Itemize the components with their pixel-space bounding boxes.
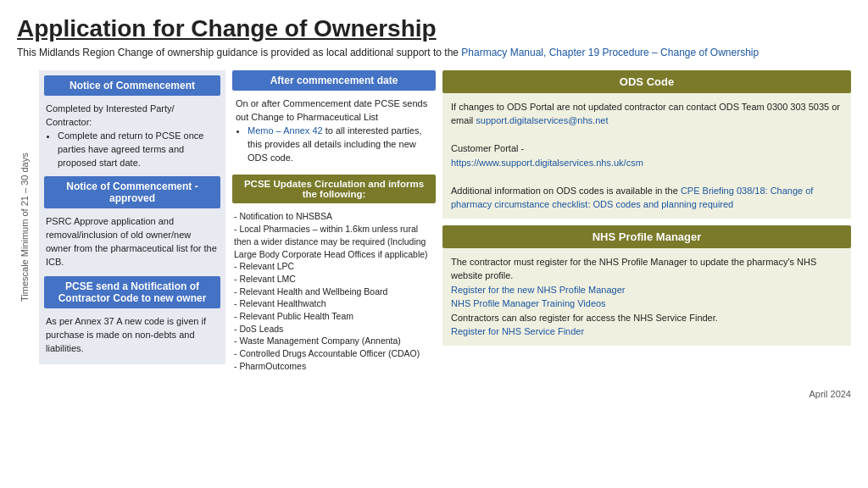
npm-content: The contractor must register for the NHS… bbox=[442, 248, 851, 346]
main-layout: Timescale Minimum of 21 – 30 days Notice… bbox=[17, 70, 851, 384]
contractor-code-header: PCSE send a Notification of Contractor C… bbox=[44, 276, 220, 308]
pharmacy-manual-link[interactable]: Pharmacy Manual, Chapter 19 Procedure – … bbox=[461, 47, 759, 58]
contractor-code-content: As per Annex 37 A new code is given if p… bbox=[44, 312, 220, 359]
after-commencement-header: After commencement date bbox=[232, 70, 436, 91]
notice-of-commencement-header: Notice of Commencement bbox=[44, 75, 220, 96]
middle-column: After commencement date On or after Comm… bbox=[232, 70, 436, 376]
service-finder-link[interactable]: Register for NHS Service Finder bbox=[451, 326, 584, 336]
ods-email-link[interactable]: support.digitalservices@nhs.net bbox=[476, 115, 608, 125]
subtitle: This Midlands Region Change of ownership… bbox=[17, 46, 851, 60]
list-item: Memo – Annex 42 to all interested partie… bbox=[248, 125, 432, 165]
memo-annex-42-link[interactable]: Memo – Annex 42 bbox=[248, 125, 323, 136]
notice-approved-content: PSRC Approve application and removal/inc… bbox=[44, 212, 220, 273]
right-column: ODS Code If changes to ODS Portal are no… bbox=[442, 70, 851, 346]
page-title: Application for Change of Ownership bbox=[17, 15, 851, 42]
list-item: Complete and return to PCSE once parties… bbox=[58, 130, 219, 170]
training-videos-link[interactable]: NHS Profile Manager Training Videos bbox=[451, 298, 606, 308]
npm-header: NHS Profile Manager bbox=[442, 225, 851, 248]
after-commencement-content: On or after Commencement date PCSE sends… bbox=[232, 94, 436, 169]
notice-of-commencement-content: Completed by Interested Party/ Contracto… bbox=[44, 99, 220, 174]
notice-approved-header: Notice of Commencement - approved bbox=[44, 176, 220, 208]
pcse-updates-content: - Notification to NHSBSA - Local Pharmac… bbox=[232, 207, 436, 375]
timescale-label: Timescale Minimum of 21 – 30 days bbox=[17, 70, 32, 384]
ods-code-header: ODS Code bbox=[442, 70, 851, 93]
nhs-profile-manager-section: NHS Profile Manager The contractor must … bbox=[442, 225, 851, 346]
ods-portal-link[interactable]: https://www.support.digitalservices.nhs.… bbox=[451, 158, 643, 168]
left-column: Notice of Commencement Completed by Inte… bbox=[39, 70, 225, 364]
ods-code-content: If changes to ODS Portal are not updated… bbox=[442, 93, 851, 219]
pcse-updates-header: PCSE Updates Circulation and informs the… bbox=[232, 175, 436, 203]
register-profile-manager-link[interactable]: Register for the new NHS Profile Manager bbox=[451, 285, 625, 295]
ods-code-section: ODS Code If changes to ODS Portal are no… bbox=[442, 70, 851, 219]
footer-date: April 2024 bbox=[17, 389, 851, 399]
